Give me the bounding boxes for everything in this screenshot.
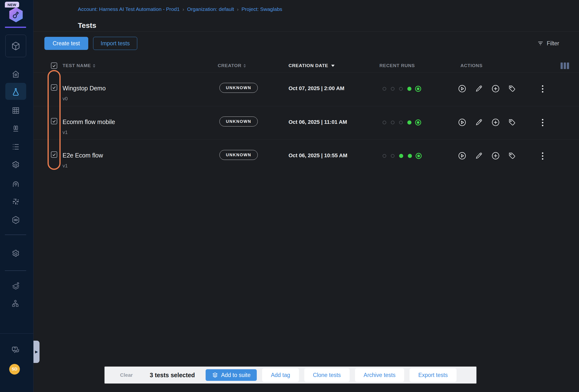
grid-icon (11, 106, 20, 115)
hexagon-infinity-icon (11, 215, 20, 224)
sidebar-item-grid[interactable] (10, 105, 21, 116)
row-menu-button[interactable] (538, 118, 547, 127)
test-name-link[interactable]: Ecomm flow mobile (63, 118, 115, 125)
sidebar-divider (5, 270, 26, 271)
filter-label: Filter (547, 40, 559, 47)
export-tests-button[interactable]: Export tests (410, 368, 456, 382)
run-test-button[interactable] (457, 84, 467, 94)
run-test-button[interactable] (457, 151, 467, 161)
column-settings-icon[interactable] (561, 62, 569, 69)
breadcrumb-separator: › (183, 6, 184, 12)
row-menu-button[interactable] (538, 84, 547, 94)
recent-runs-indicator (383, 120, 420, 125)
app-window: NEW (0, 0, 579, 392)
user-avatar[interactable]: SD (9, 364, 20, 375)
column-header-test-name[interactable]: TEST NAME (63, 63, 95, 68)
sidebar-item-tests[interactable] (10, 87, 21, 98)
flask-icon (11, 87, 20, 97)
test-version: v1 (63, 130, 68, 135)
module-selector[interactable] (5, 35, 26, 57)
test-name-link[interactable]: Wingstop Demo (63, 85, 106, 92)
run-test-button[interactable] (457, 117, 467, 127)
recent-runs-indicator (383, 86, 420, 92)
sidebar-item-home[interactable] (10, 68, 21, 80)
sort-desc-icon (331, 65, 335, 67)
table-row: Ecomm flow mobile v1 UNKNOWN Oct 06, 202… (33, 106, 579, 140)
archive-tests-button[interactable]: Archive tests (355, 368, 404, 382)
creator-badge: UNKNOWN (219, 116, 258, 126)
help-button[interactable]: ? (10, 344, 21, 356)
breadcrumb-organization[interactable]: Organization: default (187, 6, 234, 12)
sort-icon (93, 64, 95, 68)
sidebar-item-project-settings[interactable] (10, 248, 21, 259)
test-name-link[interactable]: E2e Ecom flow (63, 152, 103, 159)
add-to-suite-button[interactable]: Add to suite (206, 369, 257, 381)
add-to-suite-icon-button[interactable] (491, 84, 501, 94)
layers-icon (212, 372, 218, 378)
create-test-button[interactable]: Create test (44, 37, 88, 50)
run-status-dot-none (399, 121, 403, 124)
table-row: E2e Ecom flow v1 UNKNOWN Oct 06, 2025 | … (33, 140, 579, 173)
row-checkbox[interactable] (51, 84, 57, 91)
run-status-dot-pass (407, 87, 412, 91)
edit-test-button[interactable] (474, 151, 484, 161)
run-status-dot-pass-ring (417, 87, 420, 90)
column-header-creation-date[interactable]: CREATION DATE (289, 63, 335, 68)
page-title: Tests (78, 21, 96, 30)
selection-bar: Clear 3 tests selected Add to suite Add … (104, 367, 476, 384)
select-all-checkbox[interactable] (51, 62, 57, 69)
recent-runs-indicator (383, 153, 421, 159)
svg-text:?: ? (14, 347, 16, 351)
tag-button[interactable] (507, 151, 517, 161)
slack-icon (12, 197, 20, 206)
table-header: TEST NAME CREATOR CREATION DATE RECENT R… (33, 60, 579, 73)
org-tree-gear-icon (11, 299, 20, 308)
import-tests-button[interactable]: Import tests (93, 37, 137, 50)
add-to-suite-icon-button[interactable] (491, 151, 501, 161)
creation-date: Oct 07, 2025 | 2:00 AM (289, 85, 344, 92)
sidebar-item-settings[interactable] (10, 160, 21, 170)
row-checkbox[interactable] (51, 151, 57, 158)
sidebar-expand-tab[interactable]: ▶ (33, 341, 40, 363)
run-status-dot-none (383, 87, 386, 91)
sidebar-item-capsules[interactable] (10, 123, 21, 134)
gear-icon (11, 160, 20, 169)
sidebar-item-agents[interactable] (10, 178, 21, 189)
test-version: v0 (63, 96, 68, 102)
column-header-creator[interactable]: CREATOR (218, 63, 246, 68)
clone-tests-button[interactable]: Clone tests (304, 368, 350, 382)
column-header-recent-runs: RECENT RUNS (379, 63, 415, 68)
column-header-actions: ACTIONS (460, 63, 483, 68)
sidebar-item-pipelines[interactable] (10, 214, 21, 225)
clear-selection-button[interactable]: Clear (119, 372, 134, 378)
edit-test-button[interactable] (474, 84, 484, 94)
chat-help-icon: ? (11, 345, 20, 355)
breadcrumb-account[interactable]: Account: Harness AI Test Automation - Pr… (78, 6, 180, 12)
sidebar-item-org-structure[interactable] (10, 298, 21, 309)
cube-icon (10, 41, 21, 51)
run-status-dot-pass (407, 120, 412, 124)
creation-date: Oct 06, 2025 | 11:01 AM (289, 119, 347, 125)
add-to-suite-icon-button[interactable] (491, 117, 501, 127)
logo-underline (5, 27, 26, 28)
harness-test-automation-logo[interactable] (9, 7, 23, 22)
run-status-dot-none (383, 154, 386, 158)
agent-icon (11, 179, 20, 188)
sidebar-item-layers-settings[interactable] (10, 280, 21, 292)
selected-count: 3 tests selected (150, 372, 195, 379)
sidebar-item-checklist[interactable] (10, 141, 21, 152)
add-tag-button[interactable]: Add tag (262, 368, 299, 382)
sidebar-section-border (0, 333, 33, 334)
edit-test-button[interactable] (474, 117, 484, 127)
capsules-icon (11, 124, 20, 133)
run-status-dot-none (399, 87, 403, 91)
breadcrumb-project[interactable]: Project: Swaglabs (241, 6, 282, 12)
sidebar-item-integrations[interactable] (10, 196, 21, 207)
tag-button[interactable] (507, 117, 517, 127)
row-menu-button[interactable] (538, 151, 547, 161)
filter-button[interactable]: Filter (537, 39, 559, 48)
layers-gear-icon (11, 281, 20, 291)
tag-button[interactable] (507, 84, 517, 94)
row-checkbox[interactable] (51, 118, 57, 124)
home-icon (11, 69, 20, 79)
